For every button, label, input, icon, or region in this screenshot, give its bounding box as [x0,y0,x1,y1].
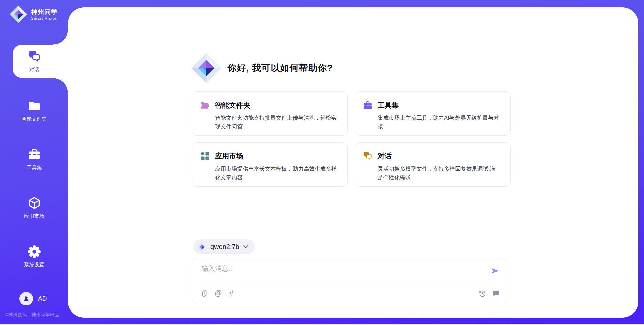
sidebar-item-chat[interactable]: 对话 [0,45,68,78]
app-grid-icon [200,151,210,161]
hash-icon: # [229,289,233,298]
card-title: 智能文件夹 [215,101,250,110]
card-description: 智能文件夹功能支持批量文件上传与清洗，轻松实现文件问答 [215,113,340,131]
card-chat[interactable]: 对话 灵活切换多模型文件，支持多样回复效果调试,满足个性化需求 [355,142,511,187]
card-toolset[interactable]: 工具集 集成市场上主流工具，助力AI与外界无缝扩展与对接 [355,91,511,136]
send-icon[interactable] [491,266,500,275]
bottom-strip [0,324,644,325]
card-description: 集成市场上主流工具，助力AI与外界无缝扩展与对接 [378,113,503,131]
model-name: qwen2:7b [210,243,239,251]
avatar [19,292,33,305]
card-title: 工具集 [378,101,399,110]
brand-name: 神州问学 [31,8,58,16]
card-app-market[interactable]: 应用市场 应用市场提供丰富长文本模板，助力高效生成多样化文章内容 [192,142,348,187]
at-icon: @ [215,289,222,298]
chat-gold-icon [363,151,373,161]
app-root: 神州问学 Smart Vision 对话 智能文件夹 [0,0,644,325]
sidebar-item-label: 应用市场 [24,213,44,219]
feature-cards: 智能文件夹 智能文件夹功能支持批量文件上传与清洗，轻松实现文件问答 工具集 集成… [192,91,511,187]
brand-logo-icon [9,5,28,23]
folder-open-icon [200,100,210,110]
message-input[interactable] [202,262,483,274]
message-composer: @ # [192,258,507,304]
quick-phrase-icon[interactable] [492,290,500,298]
sidebar: 神州问学 Smart Vision 对话 智能文件夹 [0,0,68,325]
user-account[interactable]: AD [19,292,47,305]
copyright-text: ©神州数码 · 神州问学出品 [5,312,59,318]
sidebar-item-label: 智能文件夹 [21,116,47,122]
sidebar-item-appmarket[interactable]: 应用市场 [0,191,68,224]
sidebar-item-settings[interactable]: 系统设置 [0,240,68,273]
history-icon[interactable] [479,290,486,298]
composer-right-tools [479,290,500,298]
attachment-button[interactable] [201,289,209,297]
hash-button[interactable]: # [227,289,235,297]
toolbox-icon [27,147,41,161]
sidebar-item-label: 对话 [29,67,39,73]
chat-icon [27,50,41,64]
brand-subtitle: Smart Vision [31,16,58,20]
user-name: AD [38,295,47,302]
card-description: 应用市场提供丰富长文本模板，助力高效生成多样化文章内容 [215,164,340,182]
sidebar-item-label: 工具集 [26,165,42,171]
composer-tools: @ # [201,289,235,297]
card-title: 应用市场 [215,151,243,161]
cube-icon [27,196,41,210]
card-title: 对话 [378,151,392,161]
sidebar-item-folders[interactable]: 智能文件夹 [0,94,68,127]
mention-button[interactable]: @ [214,289,222,297]
brand: 神州问学 Smart Vision [9,5,58,23]
briefcase-icon [363,100,373,110]
sidebar-item-label: 系统设置 [24,262,44,268]
assistant-logo-icon [191,52,222,84]
card-smart-folder[interactable]: 智能文件夹 智能文件夹功能支持批量文件上传与清洗，轻松实现文件问答 [192,91,348,136]
chevron-down-icon [243,245,248,248]
folder-icon [27,99,41,113]
model-selector[interactable]: qwen2:7b [193,239,255,254]
greeting: 你好, 我可以如何帮助你? [191,52,333,84]
sidebar-item-toolset[interactable]: 工具集 [0,142,68,176]
gear-icon [27,245,41,259]
paperclip-icon [201,289,209,297]
model-logo-icon [197,242,207,251]
greeting-title: 你好, 我可以如何帮助你? [227,62,333,74]
card-description: 灵活切换多模型文件，支持多样回复效果调试,满足个性化需求 [378,164,503,182]
person-icon [22,295,30,302]
composer-divider [199,285,500,285]
